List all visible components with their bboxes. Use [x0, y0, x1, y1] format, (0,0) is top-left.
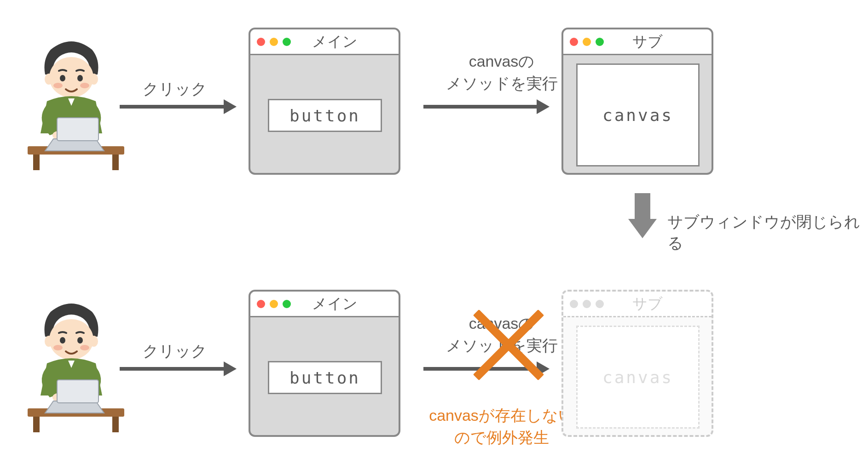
scene-before: クリック メイン button canvasの メソッドを実行 サブ canva…	[0, 14, 868, 179]
label-execute-method: canvasの メソッドを実行	[442, 51, 561, 94]
main-window-titlebar: メイン	[250, 29, 399, 55]
svg-rect-11	[112, 155, 119, 170]
svg-point-14	[45, 336, 53, 347]
svg-rect-23	[33, 417, 40, 432]
traffic-light-max-icon	[596, 300, 604, 308]
main-window-title: メイン	[295, 294, 392, 314]
traffic-light-min-icon	[583, 38, 591, 46]
svg-point-4	[77, 75, 83, 81]
svg-point-5	[53, 83, 63, 88]
sub-window-titlebar: サブ	[563, 29, 712, 55]
svg-point-19	[80, 345, 89, 350]
sub-window-body: canvas	[563, 317, 712, 435]
sub-window: サブ canvas	[561, 28, 713, 175]
arrow-window-closed	[628, 193, 657, 244]
main-window-body: button	[250, 55, 399, 173]
sub-window-closed: サブ canvas	[561, 290, 713, 437]
arrow-click	[120, 105, 226, 109]
label-click: クリック	[133, 78, 216, 100]
button-widget[interactable]: button	[268, 99, 382, 132]
main-window-body: button	[250, 317, 399, 435]
svg-rect-12	[57, 118, 98, 141]
svg-point-17	[77, 337, 83, 344]
svg-point-16	[60, 337, 65, 344]
button-widget[interactable]: button	[268, 361, 382, 394]
cross-icon	[463, 299, 555, 391]
sub-window-title: サブ	[608, 32, 705, 52]
main-window-titlebar: メイン	[250, 292, 399, 317]
svg-point-2	[90, 74, 98, 85]
svg-point-6	[80, 83, 89, 88]
svg-rect-24	[112, 417, 119, 432]
traffic-light-close-icon	[257, 38, 265, 46]
svg-point-1	[45, 74, 53, 85]
user-illustration	[14, 37, 129, 170]
main-window: メイン button	[249, 290, 400, 437]
traffic-light-max-icon	[283, 38, 291, 46]
sub-window-titlebar: サブ	[563, 292, 712, 317]
label-exception: canvasが存在しない ので例外発生	[428, 405, 575, 448]
arrow-click	[120, 367, 226, 371]
traffic-light-min-icon	[270, 300, 278, 308]
sub-window-title: サブ	[608, 294, 705, 314]
traffic-light-max-icon	[283, 300, 291, 308]
main-window: メイン button	[249, 28, 400, 175]
traffic-light-close-icon	[570, 38, 578, 46]
traffic-light-max-icon	[596, 38, 604, 46]
svg-rect-25	[57, 380, 98, 403]
arrow-execute-method	[423, 105, 538, 109]
label-click: クリック	[133, 340, 216, 362]
sub-window-body: canvas	[563, 55, 712, 173]
canvas-widget-missing: canvas	[576, 326, 700, 429]
label-window-closed: サブウィンドウが閉じられる	[667, 212, 868, 254]
main-window-title: メイン	[295, 32, 392, 52]
traffic-light-min-icon	[583, 300, 591, 308]
svg-point-15	[90, 336, 98, 347]
scene-after: クリック メイン button canvasの メソッドを実行 canvasが存…	[0, 276, 868, 441]
svg-point-18	[53, 345, 63, 350]
canvas-widget: canvas	[576, 63, 700, 166]
traffic-light-min-icon	[270, 38, 278, 46]
traffic-light-close-icon	[257, 300, 265, 308]
traffic-light-close-icon	[570, 300, 578, 308]
user-illustration	[14, 299, 129, 432]
svg-rect-10	[33, 155, 40, 170]
svg-point-3	[60, 75, 65, 81]
